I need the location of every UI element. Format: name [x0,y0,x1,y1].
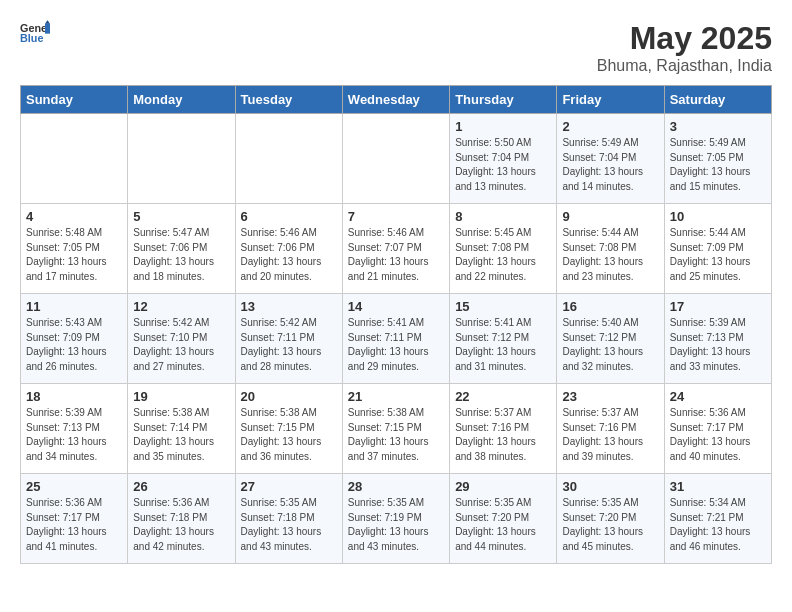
week-row-4: 18Sunrise: 5:39 AM Sunset: 7:13 PM Dayli… [21,384,772,474]
day-detail: Sunrise: 5:39 AM Sunset: 7:13 PM Dayligh… [26,406,122,464]
calendar-cell: 29Sunrise: 5:35 AM Sunset: 7:20 PM Dayli… [450,474,557,564]
day-number: 4 [26,209,122,224]
day-number: 13 [241,299,337,314]
day-number: 22 [455,389,551,404]
calendar-cell: 8Sunrise: 5:45 AM Sunset: 7:08 PM Daylig… [450,204,557,294]
calendar-cell: 31Sunrise: 5:34 AM Sunset: 7:21 PM Dayli… [664,474,771,564]
calendar-cell [342,114,449,204]
day-detail: Sunrise: 5:49 AM Sunset: 7:05 PM Dayligh… [670,136,766,194]
day-number: 9 [562,209,658,224]
day-number: 8 [455,209,551,224]
day-detail: Sunrise: 5:42 AM Sunset: 7:10 PM Dayligh… [133,316,229,374]
calendar-cell [21,114,128,204]
calendar-cell: 10Sunrise: 5:44 AM Sunset: 7:09 PM Dayli… [664,204,771,294]
calendar-cell: 7Sunrise: 5:46 AM Sunset: 7:07 PM Daylig… [342,204,449,294]
day-number: 23 [562,389,658,404]
weekday-header-row: SundayMondayTuesdayWednesdayThursdayFrid… [21,86,772,114]
day-number: 31 [670,479,766,494]
calendar-cell: 4Sunrise: 5:48 AM Sunset: 7:05 PM Daylig… [21,204,128,294]
day-number: 2 [562,119,658,134]
day-number: 3 [670,119,766,134]
day-detail: Sunrise: 5:48 AM Sunset: 7:05 PM Dayligh… [26,226,122,284]
location-title: Bhuma, Rajasthan, India [597,57,772,75]
day-detail: Sunrise: 5:47 AM Sunset: 7:06 PM Dayligh… [133,226,229,284]
day-detail: Sunrise: 5:41 AM Sunset: 7:11 PM Dayligh… [348,316,444,374]
calendar-cell: 22Sunrise: 5:37 AM Sunset: 7:16 PM Dayli… [450,384,557,474]
day-number: 25 [26,479,122,494]
day-number: 27 [241,479,337,494]
day-number: 20 [241,389,337,404]
day-detail: Sunrise: 5:34 AM Sunset: 7:21 PM Dayligh… [670,496,766,554]
calendar-cell: 3Sunrise: 5:49 AM Sunset: 7:05 PM Daylig… [664,114,771,204]
day-detail: Sunrise: 5:49 AM Sunset: 7:04 PM Dayligh… [562,136,658,194]
day-number: 29 [455,479,551,494]
weekday-header-sunday: Sunday [21,86,128,114]
calendar-cell: 21Sunrise: 5:38 AM Sunset: 7:15 PM Dayli… [342,384,449,474]
calendar-cell: 24Sunrise: 5:36 AM Sunset: 7:17 PM Dayli… [664,384,771,474]
day-detail: Sunrise: 5:37 AM Sunset: 7:16 PM Dayligh… [562,406,658,464]
calendar-cell: 17Sunrise: 5:39 AM Sunset: 7:13 PM Dayli… [664,294,771,384]
logo: General Blue [20,20,50,44]
day-number: 10 [670,209,766,224]
calendar-cell: 6Sunrise: 5:46 AM Sunset: 7:06 PM Daylig… [235,204,342,294]
calendar-cell: 11Sunrise: 5:43 AM Sunset: 7:09 PM Dayli… [21,294,128,384]
calendar-cell: 16Sunrise: 5:40 AM Sunset: 7:12 PM Dayli… [557,294,664,384]
day-number: 11 [26,299,122,314]
day-detail: Sunrise: 5:43 AM Sunset: 7:09 PM Dayligh… [26,316,122,374]
generalblue-logo-icon: General Blue [20,20,50,44]
week-row-5: 25Sunrise: 5:36 AM Sunset: 7:17 PM Dayli… [21,474,772,564]
day-detail: Sunrise: 5:35 AM Sunset: 7:20 PM Dayligh… [455,496,551,554]
day-number: 21 [348,389,444,404]
weekday-header-monday: Monday [128,86,235,114]
weekday-header-friday: Friday [557,86,664,114]
weekday-header-saturday: Saturday [664,86,771,114]
day-number: 1 [455,119,551,134]
day-detail: Sunrise: 5:39 AM Sunset: 7:13 PM Dayligh… [670,316,766,374]
calendar-table: SundayMondayTuesdayWednesdayThursdayFrid… [20,85,772,564]
month-title: May 2025 [597,20,772,57]
day-detail: Sunrise: 5:36 AM Sunset: 7:18 PM Dayligh… [133,496,229,554]
calendar-cell: 27Sunrise: 5:35 AM Sunset: 7:18 PM Dayli… [235,474,342,564]
day-number: 26 [133,479,229,494]
calendar-cell: 2Sunrise: 5:49 AM Sunset: 7:04 PM Daylig… [557,114,664,204]
calendar-cell: 1Sunrise: 5:50 AM Sunset: 7:04 PM Daylig… [450,114,557,204]
calendar-cell: 30Sunrise: 5:35 AM Sunset: 7:20 PM Dayli… [557,474,664,564]
day-detail: Sunrise: 5:41 AM Sunset: 7:12 PM Dayligh… [455,316,551,374]
weekday-header-tuesday: Tuesday [235,86,342,114]
day-detail: Sunrise: 5:38 AM Sunset: 7:14 PM Dayligh… [133,406,229,464]
day-number: 12 [133,299,229,314]
day-number: 15 [455,299,551,314]
calendar-cell: 25Sunrise: 5:36 AM Sunset: 7:17 PM Dayli… [21,474,128,564]
day-detail: Sunrise: 5:45 AM Sunset: 7:08 PM Dayligh… [455,226,551,284]
weekday-header-thursday: Thursday [450,86,557,114]
day-detail: Sunrise: 5:35 AM Sunset: 7:19 PM Dayligh… [348,496,444,554]
calendar-cell: 20Sunrise: 5:38 AM Sunset: 7:15 PM Dayli… [235,384,342,474]
weekday-header-wednesday: Wednesday [342,86,449,114]
day-number: 16 [562,299,658,314]
day-detail: Sunrise: 5:38 AM Sunset: 7:15 PM Dayligh… [241,406,337,464]
day-number: 19 [133,389,229,404]
calendar-cell: 18Sunrise: 5:39 AM Sunset: 7:13 PM Dayli… [21,384,128,474]
day-number: 17 [670,299,766,314]
calendar-cell: 28Sunrise: 5:35 AM Sunset: 7:19 PM Dayli… [342,474,449,564]
day-detail: Sunrise: 5:36 AM Sunset: 7:17 PM Dayligh… [26,496,122,554]
calendar-cell: 15Sunrise: 5:41 AM Sunset: 7:12 PM Dayli… [450,294,557,384]
day-number: 14 [348,299,444,314]
week-row-2: 4Sunrise: 5:48 AM Sunset: 7:05 PM Daylig… [21,204,772,294]
calendar-cell: 13Sunrise: 5:42 AM Sunset: 7:11 PM Dayli… [235,294,342,384]
day-number: 30 [562,479,658,494]
day-detail: Sunrise: 5:50 AM Sunset: 7:04 PM Dayligh… [455,136,551,194]
day-detail: Sunrise: 5:46 AM Sunset: 7:07 PM Dayligh… [348,226,444,284]
day-detail: Sunrise: 5:37 AM Sunset: 7:16 PM Dayligh… [455,406,551,464]
week-row-3: 11Sunrise: 5:43 AM Sunset: 7:09 PM Dayli… [21,294,772,384]
calendar-cell: 12Sunrise: 5:42 AM Sunset: 7:10 PM Dayli… [128,294,235,384]
day-detail: Sunrise: 5:35 AM Sunset: 7:20 PM Dayligh… [562,496,658,554]
week-row-1: 1Sunrise: 5:50 AM Sunset: 7:04 PM Daylig… [21,114,772,204]
day-number: 6 [241,209,337,224]
day-number: 28 [348,479,444,494]
day-detail: Sunrise: 5:42 AM Sunset: 7:11 PM Dayligh… [241,316,337,374]
day-detail: Sunrise: 5:38 AM Sunset: 7:15 PM Dayligh… [348,406,444,464]
day-detail: Sunrise: 5:35 AM Sunset: 7:18 PM Dayligh… [241,496,337,554]
calendar-cell [235,114,342,204]
day-detail: Sunrise: 5:36 AM Sunset: 7:17 PM Dayligh… [670,406,766,464]
